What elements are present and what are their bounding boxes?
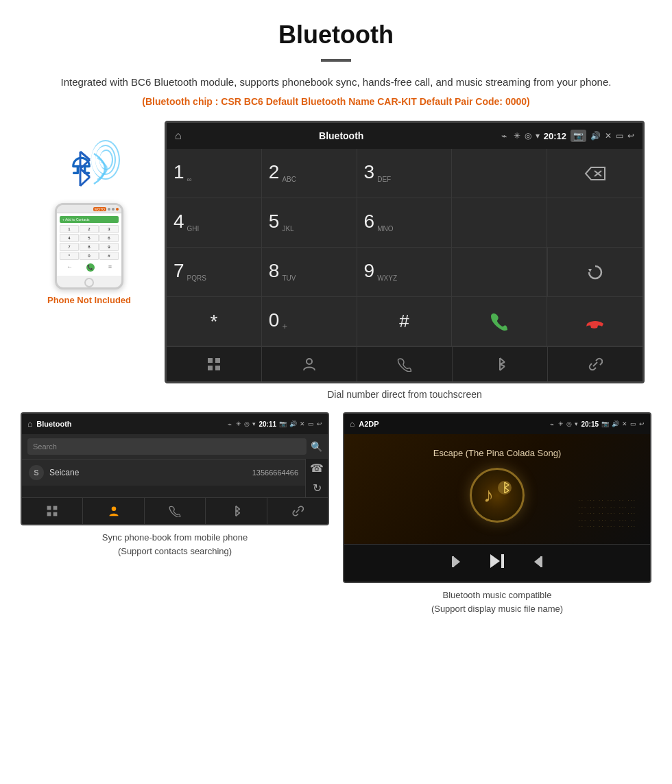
dial-bottom-person-button[interactable] — [262, 347, 357, 381]
phone-home-button[interactable] — [84, 278, 94, 287]
dial-key-star[interactable]: * — [167, 297, 262, 346]
person-icon — [302, 357, 317, 372]
pb-side-refresh-icon[interactable]: ↻ — [313, 482, 322, 495]
pb-bottom-grid-button[interactable] — [22, 498, 83, 524]
dial-key-6[interactable]: 6 MNO — [357, 198, 453, 248]
car-back-icon[interactable]: ↩ — [627, 131, 634, 141]
phone-call-button[interactable]: 📞 — [86, 263, 95, 272]
dial-key-3[interactable]: 3 DEF — [357, 149, 453, 198]
music-home-icon[interactable]: ⌂ — [350, 419, 355, 429]
phone-key-8[interactable]: 8 — [80, 243, 99, 251]
svg-rect-11 — [208, 366, 213, 370]
car-home-icon[interactable]: ⌂ — [175, 130, 182, 142]
car-window-icon[interactable]: ▭ — [616, 131, 623, 141]
dial-key-5[interactable]: 5 JKL — [262, 198, 357, 248]
dial-letters-0: + — [282, 321, 287, 333]
pb-close-icon[interactable]: ✕ — [300, 420, 305, 427]
dial-num-6: 6 — [364, 211, 375, 233]
pb-bottom-link-button[interactable] — [267, 498, 328, 524]
phone-key-0[interactable]: 0 — [80, 252, 99, 260]
dial-key-4[interactable]: 4 GHI — [167, 198, 262, 248]
pb-search-box[interactable]: Search — [27, 438, 307, 455]
car-usb-icon: ⌁ — [501, 130, 507, 141]
pb-bottom-person-button[interactable] — [83, 498, 144, 524]
svg-line-3 — [80, 169, 90, 177]
phone-key-star[interactable]: * — [60, 252, 79, 260]
music-next-button[interactable] — [527, 554, 544, 573]
dial-key-2[interactable]: 2 ABC — [262, 149, 357, 198]
dial-key-8[interactable]: 8 TUV — [262, 248, 357, 297]
dial-letters-2: ABC — [282, 176, 296, 185]
pb-bluetooth-icon — [230, 505, 242, 517]
phone-key-9[interactable]: 9 — [99, 243, 119, 251]
music-close-icon[interactable]: ✕ — [622, 420, 627, 427]
music-cam-icon: 📷 — [601, 420, 609, 427]
phone-key-2[interactable]: 2 — [80, 225, 99, 233]
music-prev-button[interactable] — [451, 554, 467, 573]
music-status-right: ✳ ◎ ▾ 20:15 📷 🔊 ✕ ▭ ↩ — [558, 420, 645, 428]
svg-line-18 — [500, 366, 505, 370]
music-album-icon: ♪ — [480, 478, 514, 512]
dial-key-9[interactable]: 9 WXYZ — [357, 248, 453, 297]
pb-side-icons: ☎ ↻ — [305, 459, 328, 497]
dial-letters-8: TUV — [282, 274, 296, 284]
dial-num-7: 7 — [173, 260, 184, 282]
pb-contact-row[interactable]: S Seicane 13566664466 — [22, 459, 305, 486]
pb-side-phone-icon[interactable]: ☎ — [310, 462, 324, 475]
pb-back-icon[interactable]: ↩ — [317, 420, 322, 427]
phone-key-7[interactable]: 7 — [60, 243, 79, 251]
pb-search-placeholder: Search — [33, 442, 57, 451]
phonebook-caption-line2: (Support contacts searching) — [118, 546, 232, 556]
svg-rect-22 — [53, 512, 58, 516]
music-back-icon[interactable]: ↩ — [639, 420, 645, 427]
phone-key-6[interactable]: 6 — [99, 234, 119, 242]
dial-bottom-link-button[interactable] — [548, 347, 643, 381]
pb-status-right: ✳ ◎ ▾ 20:11 📷 🔊 ✕ ▭ ↩ — [236, 420, 322, 428]
dial-bottom-phone-button[interactable] — [357, 347, 453, 381]
pb-status-bar: ⌂ Bluetooth ⌁ ✳ ◎ ▾ 20:11 📷 🔊 ✕ ▭ ↩ — [22, 414, 328, 434]
dial-letters-3: DEF — [377, 176, 391, 185]
phone-key-3[interactable]: 3 — [99, 225, 119, 233]
green-call-icon — [488, 311, 510, 333]
dial-refresh-button[interactable] — [547, 248, 643, 297]
phone-key-hash[interactable]: # — [99, 252, 119, 260]
dial-empty-r3-4 — [452, 248, 547, 297]
bluetooth-icon-svg — [65, 141, 113, 196]
car-close-icon[interactable]: ✕ — [605, 131, 612, 141]
prev-icon — [451, 554, 467, 570]
pb-bottom-bluetooth-button[interactable] — [206, 498, 267, 524]
pb-main-area: S Seicane 13566664466 ☎ ↻ — [22, 459, 328, 497]
dial-key-1[interactable]: 1 ∞ — [167, 149, 262, 198]
svg-marker-5 — [586, 167, 605, 180]
pb-cam-icon: 📷 — [279, 420, 287, 427]
dial-call-green-button[interactable] — [452, 297, 547, 346]
bluetooth-icon — [492, 357, 507, 372]
phone-key-1[interactable]: 1 — [60, 225, 79, 233]
pb-home-icon[interactable]: ⌂ — [27, 419, 32, 429]
dial-call-red-button[interactable] — [547, 297, 643, 346]
pb-title: Bluetooth — [36, 420, 224, 428]
dial-letters-7: PQRS — [187, 274, 206, 284]
phone-key-4[interactable]: 4 — [60, 234, 79, 242]
pb-search-icon[interactable]: 🔍 — [311, 441, 322, 452]
svg-line-2 — [80, 160, 90, 169]
dial-bottom-bluetooth-button[interactable] — [453, 347, 548, 381]
dial-key-7[interactable]: 7 PQRS — [167, 248, 262, 297]
bluetooth-waves: ⍾ — [65, 141, 113, 196]
dial-backspace-button[interactable] — [547, 149, 643, 198]
car-volume-icon[interactable]: 🔊 — [590, 131, 601, 141]
car-camera-icon[interactable]: 📷 — [571, 130, 586, 142]
svg-line-17 — [500, 364, 505, 366]
dial-key-hash[interactable]: # — [357, 297, 453, 346]
dial-key-0[interactable]: 0 + — [262, 297, 357, 346]
phone-key-5[interactable]: 5 — [80, 234, 99, 242]
pb-bottom-phone-button[interactable] — [145, 498, 206, 524]
dial-bottom-grid-button[interactable] — [167, 347, 262, 381]
svg-rect-10 — [215, 358, 220, 363]
music-play-pause-button[interactable] — [488, 551, 507, 575]
main-section: ⍾ MOTO — [0, 114, 672, 400]
svg-point-23 — [111, 506, 116, 511]
svg-line-27 — [236, 511, 240, 512]
svg-point-13 — [307, 359, 312, 364]
svg-rect-9 — [208, 358, 213, 363]
